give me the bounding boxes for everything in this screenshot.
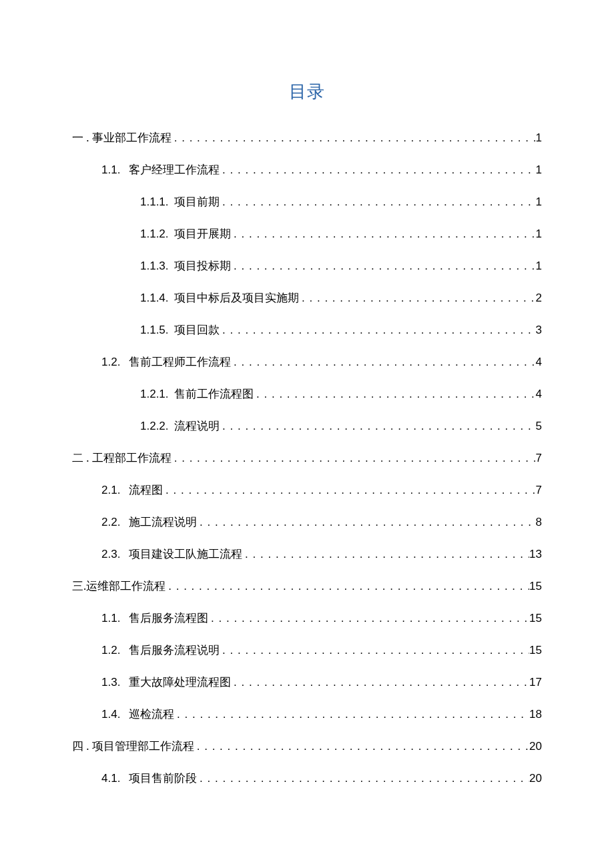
toc-entry-label: 项目开展期 [174, 226, 231, 242]
toc-entry-separator [120, 548, 129, 561]
toc-entry-page: 7 [536, 452, 542, 465]
toc-entry-page: 1 [536, 131, 542, 145]
toc-dot-leader [254, 388, 535, 401]
toc-entry-number: 1.4. [101, 708, 120, 721]
toc-entry-label: 项目建设工队施工流程 [129, 546, 242, 562]
toc-entry-number: 一 [72, 130, 86, 145]
toc-entry-number: 1.2.1. [140, 388, 169, 401]
toc-entry-page: 1 [536, 163, 542, 177]
toc-entry-separator: . [86, 452, 92, 465]
toc-entry: 1.1. 售后服务流程图 15 [72, 610, 542, 642]
toc-dot-leader [242, 548, 529, 561]
toc-entry-separator [120, 772, 129, 785]
toc-entry-label: 事业部工作流程 [92, 130, 172, 145]
toc-entry: 1.2. 售前工程师工作流程 4 [72, 354, 542, 386]
toc-entry-page: 15 [529, 580, 542, 593]
toc-entry-label: 巡检流程 [129, 707, 174, 722]
toc-entry-number: 1.1.2. [140, 228, 169, 241]
toc-entry-page: 1 [536, 195, 542, 209]
toc-entry: 1.1.2. 项目开展期1 [72, 226, 542, 258]
toc-entry-label: 项目售前阶段 [129, 771, 197, 786]
toc-entry-separator [120, 356, 129, 369]
toc-dot-leader [220, 644, 529, 657]
toc-entry-page: 5 [536, 420, 542, 433]
toc-entry: 4.1. 项目售前阶段 20 [72, 771, 542, 803]
toc-entry-page: 1 [536, 260, 542, 273]
toc-entry: 1.2. 售后服务流程说明 15 [72, 642, 542, 675]
toc-entry-page: 8 [536, 516, 542, 529]
toc-entry-page: 7 [536, 484, 542, 497]
toc-entry-separator [120, 516, 129, 529]
toc-entry: 2.1. 流程图 7 [72, 482, 542, 514]
toc-entry-page: 4 [536, 388, 542, 401]
toc-dot-leader [174, 708, 529, 721]
toc-entry-separator: . [86, 740, 92, 753]
toc-entry-label: 客户经理工作流程 [129, 162, 220, 177]
toc-entry-page: 13 [529, 548, 542, 561]
toc-entry-separator [120, 676, 129, 689]
toc-entry-label: 项目回款 [174, 322, 220, 338]
toc-entry-label: 项目投标期 [174, 258, 231, 274]
document-page: 目录 一 . 事业部工作流程 11.1. 客户经理工作流程 11.1.1. 项目… [0, 0, 614, 803]
toc-dot-leader [172, 131, 536, 145]
toc-entry-number: 1.3. [101, 676, 120, 689]
toc-entry: 1.2.1. 售前工作流程图4 [72, 386, 542, 418]
toc-entry-label: 运维部工作流程 [86, 578, 166, 594]
toc-list: 一 . 事业部工作流程 11.1. 客户经理工作流程 11.1.1. 项目前期1… [72, 130, 542, 803]
toc-entry-number: 1.1.3. [140, 260, 169, 273]
toc-entry: 1.1.5. 项目回款3 [72, 322, 542, 354]
toc-entry: 三.运维部工作流程 15 [72, 578, 542, 610]
toc-entry-label: 施工流程说明 [129, 514, 197, 530]
toc-entry-number: 1.2. [101, 644, 120, 657]
toc-entry-separator [169, 388, 175, 401]
toc-entry-separator [169, 195, 175, 209]
toc-entry-label: 售前工程师工作流程 [129, 354, 231, 370]
toc-dot-leader [220, 324, 535, 337]
toc-dot-leader [220, 195, 535, 209]
toc-entry-number: 二 [72, 450, 86, 466]
toc-entry-separator [120, 644, 129, 657]
toc-dot-leader [194, 740, 529, 753]
toc-entry-number: 1.1. [101, 612, 120, 625]
toc-entry-page: 2 [536, 292, 542, 305]
toc-entry-number: 2.3. [101, 548, 120, 561]
toc-entry-number: 1.1.5. [140, 324, 169, 337]
toc-entry: 1.3. 重大故障处理流程图 17 [72, 675, 542, 707]
toc-dot-leader [231, 228, 535, 241]
toc-entry-label: 工程部工作流程 [92, 450, 172, 466]
toc-entry-number: 三. [72, 578, 86, 594]
toc-dot-leader [231, 676, 529, 689]
toc-entry: 二 . 工程部工作流程 7 [72, 450, 542, 482]
toc-dot-leader [163, 484, 535, 497]
toc-entry-separator [169, 292, 175, 305]
toc-entry-label: 项目中标后及项目实施期 [174, 290, 299, 306]
toc-entry-separator [169, 420, 175, 433]
toc-entry-number: 1.1. [101, 163, 120, 177]
toc-dot-leader [197, 516, 535, 529]
toc-entry-label: 售前工作流程图 [174, 386, 254, 402]
toc-entry-number: 2.2. [101, 516, 120, 529]
toc-entry: 1.1.1. 项目前期1 [72, 194, 542, 226]
toc-entry: 一 . 事业部工作流程 1 [72, 130, 542, 162]
toc-entry: 2.2. 施工流程说明 8 [72, 514, 542, 546]
toc-entry-separator [169, 228, 175, 241]
toc-dot-leader [172, 452, 536, 465]
toc-entry-page: 20 [529, 772, 542, 785]
toc-entry: 1.1.3. 项目投标期1 [72, 258, 542, 290]
toc-entry-separator [120, 612, 129, 625]
toc-dot-leader [166, 580, 529, 593]
toc-entry-label: 售后服务流程图 [129, 610, 208, 626]
toc-entry-label: 流程图 [129, 482, 163, 498]
toc-dot-leader [208, 612, 529, 625]
toc-entry-separator [120, 163, 129, 177]
toc-entry-page: 15 [529, 612, 542, 625]
toc-entry-separator [120, 708, 129, 721]
toc-entry-label: 流程说明 [174, 418, 220, 434]
toc-dot-leader [197, 772, 529, 785]
toc-entry-page: 3 [536, 324, 542, 337]
toc-entry-number: 1.2. [101, 356, 120, 369]
toc-dot-leader [299, 292, 535, 305]
toc-dot-leader [231, 260, 535, 273]
toc-entry-number: 4.1. [101, 772, 120, 785]
toc-entry: 1.1.4. 项目中标后及项目实施期2 [72, 290, 542, 322]
